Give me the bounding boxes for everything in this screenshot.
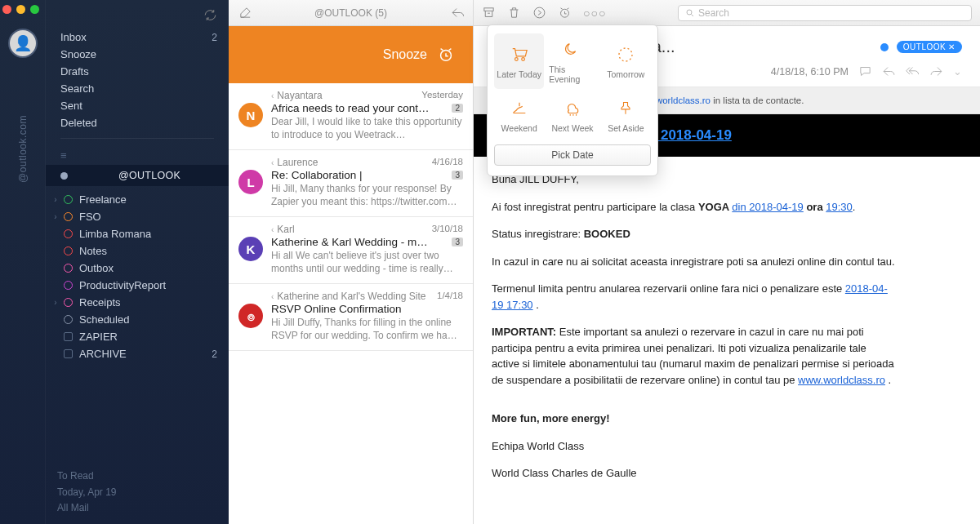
reader-toolbar: ○○○ Search	[474, 0, 980, 26]
sidebar: 👤 @outlook.com Inbox2SnoozeDraftsSearchS…	[0, 0, 229, 524]
account-email-vertical: @outlook.com	[17, 115, 29, 183]
sidebar-folder-productivityreport[interactable]: ProductivityReport	[46, 277, 229, 294]
svg-point-2	[534, 7, 545, 18]
footer-date[interactable]: Today, Apr 19	[57, 485, 117, 500]
sidebar-account-row[interactable]: @OUTLOOK	[46, 165, 229, 186]
search-icon	[685, 8, 695, 18]
snooze-header: Snooze	[229, 26, 473, 83]
account-label: @OUTLOOK	[118, 170, 180, 181]
search-placeholder: Search	[698, 7, 729, 19]
pick-date-button[interactable]: Pick Date	[494, 144, 651, 166]
message-item[interactable]: NYesterday‹NayantaraAfrica needs to read…	[229, 83, 473, 150]
sidebar-separator	[60, 138, 214, 146]
sidebar-item-inbox[interactable]: Inbox2	[46, 29, 229, 46]
zoom-dot[interactable]	[30, 5, 39, 14]
svg-point-6	[521, 58, 524, 61]
sidebar-item-search[interactable]: Search	[46, 80, 229, 97]
sidebar-folder-receipts[interactable]: ›Receipts	[46, 294, 229, 311]
forward-icon[interactable]	[929, 64, 943, 78]
footer-to-read[interactable]: To Read	[57, 468, 117, 484]
unread-dot	[880, 43, 889, 51]
sidebar-item-deleted[interactable]: Deleted	[46, 114, 229, 131]
compose-icon[interactable]	[238, 6, 252, 20]
snooze-option-tomorrow[interactable]: Tomorrow	[601, 33, 651, 89]
message-item[interactable]: L4/16/18‹LaurenceRe: Collaboration |3Hi …	[229, 150, 473, 217]
snooze-option-weekend[interactable]: Weekend	[494, 92, 544, 138]
list-toolbar: @OUTLOOK (5)	[229, 0, 473, 26]
reply-single-icon[interactable]	[882, 64, 896, 78]
reply-icon[interactable]	[451, 6, 465, 20]
sidebar-folder-freelance[interactable]: ›Freelance	[46, 191, 229, 208]
svg-point-7	[619, 48, 632, 61]
sidebar-item-snooze[interactable]: Snooze	[46, 46, 229, 63]
snooze-option-set-aside[interactable]: Set Aside	[601, 92, 651, 138]
svg-point-4	[687, 10, 692, 15]
snooze-option-this-evening[interactable]: This Evening	[547, 33, 597, 89]
footer-all-mail[interactable]: All Mail	[57, 500, 117, 516]
speech-icon[interactable]	[858, 64, 872, 78]
message-item[interactable]: ⌾1/4/18‹Katherine and Karl's Wedding Sit…	[229, 284, 473, 351]
snooze-popover: Later TodayThis EveningTomorrowWeekendNe…	[487, 24, 658, 176]
avatar[interactable]: 👤	[8, 29, 38, 58]
svg-rect-1	[484, 8, 493, 11]
account-status-dot	[60, 172, 68, 180]
sidebar-main: Inbox2SnoozeDraftsSearchSentDeleted ≡ @O…	[46, 0, 229, 524]
more-icon[interactable]: ○○○	[583, 7, 606, 20]
message-item[interactable]: K3/10/18‹KarlKatherine & Karl Wedding - …	[229, 217, 473, 284]
reader-date: 4/18/18, 6:10 PM	[771, 66, 849, 78]
close-dot[interactable]	[2, 5, 11, 14]
sidebar-folder-fso[interactable]: ›FSO	[46, 208, 229, 225]
reader-content: Buna JILL DUFFY, Ai fost inregistrat pen…	[474, 157, 915, 508]
trash-icon[interactable]	[507, 6, 521, 20]
reply-all-icon[interactable]	[906, 64, 920, 78]
refresh-icon[interactable]	[203, 8, 217, 22]
message-list-pane: @OUTLOOK (5) Snooze NYesterday‹Nayantara…	[229, 0, 474, 524]
sidebar-item-sent[interactable]: Sent	[46, 97, 229, 114]
sidebar-footer: To Read Today, Apr 19 All Mail	[57, 468, 117, 516]
minimize-dot[interactable]	[16, 5, 25, 14]
sidebar-folder-notes[interactable]: Notes	[46, 242, 229, 260]
snooze-option-next-week[interactable]: Next Week	[547, 92, 597, 138]
svg-point-5	[514, 58, 518, 61]
search-input[interactable]: Search	[678, 5, 972, 21]
sidebar-folder-archive[interactable]: ARCHIVE2	[46, 345, 229, 362]
snooze-icon[interactable]	[558, 6, 572, 20]
window-controls[interactable]	[2, 5, 39, 14]
hamburger-icon[interactable]: ≡	[46, 149, 229, 162]
move-icon[interactable]	[532, 6, 546, 20]
account-tag[interactable]: OUTLOOK ✕	[897, 41, 962, 53]
alarm-icon	[437, 46, 455, 64]
snooze-option-later-today[interactable]: Later Today	[494, 33, 544, 89]
sidebar-folder-outbox[interactable]: Outbox	[46, 260, 229, 277]
list-toolbar-title: @OUTLOOK (5)	[229, 7, 473, 19]
sidebar-rail: 👤 @outlook.com	[0, 0, 46, 524]
sidebar-folder-scheduled[interactable]: Scheduled	[46, 311, 229, 328]
sidebar-item-drafts[interactable]: Drafts	[46, 63, 229, 80]
sidebar-folder-zapier[interactable]: ZAPIER	[46, 328, 229, 345]
snooze-header-label: Snooze	[383, 47, 427, 62]
sidebar-folder-limba romana[interactable]: Limba Romana	[46, 225, 229, 242]
archive-icon[interactable]	[482, 6, 496, 20]
chevron-down-icon[interactable]: ⌄	[953, 65, 962, 78]
